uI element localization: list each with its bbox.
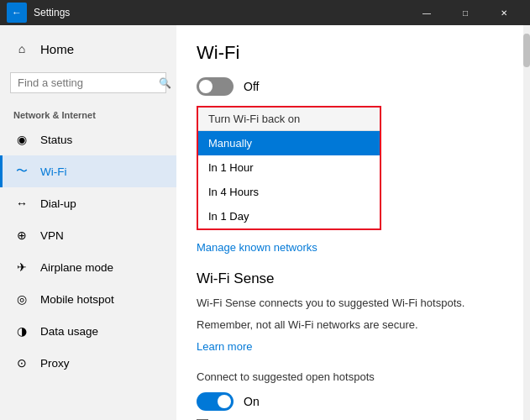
proxy-icon: ⊙ — [13, 354, 30, 371]
sidebar-item-label: Airplane mode — [40, 261, 113, 274]
app-body: ⌂ Home 🔍 Network & Internet ◉ Status 〜 W… — [0, 25, 530, 420]
wifi-toggle[interactable] — [197, 77, 234, 96]
scrollbar-track — [523, 25, 530, 420]
sidebar-item-label: Mobile hotspot — [40, 293, 114, 306]
data-usage-icon: ◑ — [13, 323, 30, 339]
dropdown-option-manually[interactable]: Manually — [198, 131, 380, 155]
sidebar-item-mobile-hotspot[interactable]: ◎ Mobile hotspot — [0, 283, 176, 315]
sidebar-item-dialup[interactable]: ↔ Dial-up — [0, 187, 176, 219]
vpn-icon: ⊕ — [13, 227, 30, 244]
page-title: Wi-Fi — [197, 42, 510, 64]
sidebar-item-label: Proxy — [40, 357, 70, 370]
back-button[interactable]: ← — [7, 3, 27, 23]
sidebar: ⌂ Home 🔍 Network & Internet ◉ Status 〜 W… — [0, 25, 176, 420]
status-icon: ◉ — [13, 131, 30, 148]
sidebar-section-label: Network & Internet — [0, 100, 176, 123]
wifi-sense-desc1: Wi-Fi Sense connects you to suggested Wi… — [197, 296, 510, 311]
sidebar-item-label: Status — [40, 134, 72, 146]
window-controls: — □ ✕ — [407, 0, 523, 25]
minimize-button[interactable]: — — [407, 0, 446, 25]
sidebar-home-label: Home — [40, 42, 74, 56]
connect-label: Connect to suggested open hotspots — [197, 370, 510, 385]
connect-toggle[interactable] — [197, 392, 234, 411]
connect-toggle-label: On — [244, 395, 260, 408]
sidebar-item-home[interactable]: ⌂ Home — [0, 32, 176, 66]
content-panel: Wi-Fi Off Turn Wi-Fi back on Manually In… — [176, 25, 530, 420]
learn-more-link[interactable]: Learn more — [197, 340, 252, 353]
search-box[interactable]: 🔍 — [10, 72, 166, 93]
search-icon: 🔍 — [159, 77, 171, 89]
toggle-knob — [199, 80, 213, 93]
sidebar-item-airplane[interactable]: ✈ Airplane mode — [0, 251, 176, 283]
close-button[interactable]: ✕ — [485, 0, 523, 25]
sidebar-item-data-usage[interactable]: ◑ Data usage — [0, 315, 176, 347]
wifi-toggle-row: Off — [197, 77, 510, 96]
sidebar-item-label: Data usage — [40, 325, 98, 338]
sidebar-item-wifi[interactable]: 〜 Wi-Fi — [0, 155, 176, 187]
manage-networks-link[interactable]: Manage known networks — [197, 241, 317, 254]
dropdown-option-4hours[interactable]: In 4 Hours — [198, 180, 380, 204]
dropdown-option-1hour[interactable]: In 1 Hour — [198, 155, 380, 180]
wifi-dropdown-panel: Turn Wi-Fi back on Manually In 1 Hour In… — [197, 106, 381, 230]
airplane-icon: ✈ — [13, 259, 30, 276]
dropdown-option-1day[interactable]: In 1 Day — [198, 204, 380, 228]
dropdown-header: Turn Wi-Fi back on — [198, 108, 380, 131]
sidebar-item-vpn[interactable]: ⊕ VPN — [0, 219, 176, 251]
connect-toggle-row: On — [197, 392, 510, 411]
wifi-sense-title: Wi-Fi Sense — [197, 270, 510, 287]
search-input[interactable] — [18, 76, 159, 89]
sidebar-item-label: Wi-Fi — [40, 165, 66, 178]
wifi-toggle-label: Off — [244, 80, 259, 93]
maximize-button[interactable]: □ — [446, 0, 485, 25]
sidebar-item-proxy[interactable]: ⊙ Proxy — [0, 347, 176, 379]
sidebar-item-label: Dial-up — [40, 197, 76, 210]
dialup-icon: ↔ — [13, 195, 30, 212]
wifi-icon: 〜 — [13, 163, 30, 180]
home-icon: ⌂ — [13, 40, 30, 57]
scrollbar-thumb[interactable] — [523, 34, 530, 67]
sidebar-item-status[interactable]: ◉ Status — [0, 123, 176, 155]
connect-toggle-knob — [218, 395, 231, 408]
title-bar: ← Settings — □ ✕ — [0, 0, 530, 25]
wifi-sense-desc2: Remember, not all Wi-Fi networks are sec… — [197, 318, 510, 333]
sidebar-item-label: VPN — [40, 229, 64, 242]
mobile-hotspot-icon: ◎ — [13, 291, 30, 307]
window-title: Settings — [34, 7, 407, 18]
